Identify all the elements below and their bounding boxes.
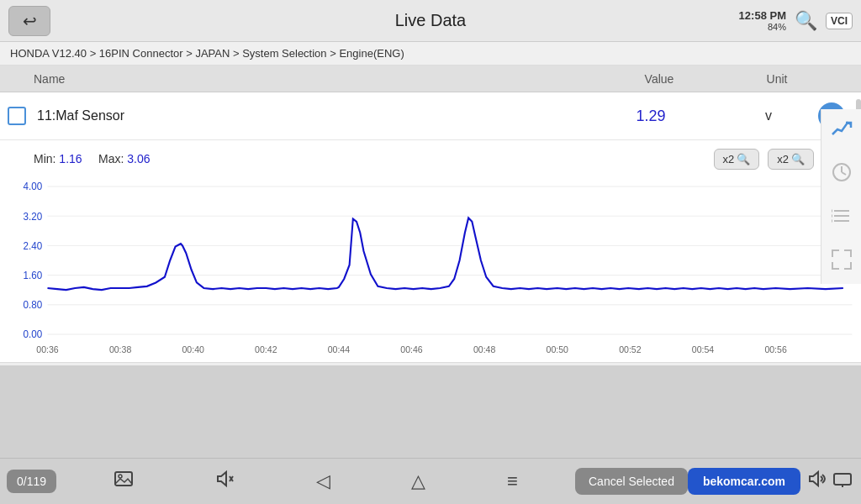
bottom-icons: ◁ △ ≡ (56, 469, 575, 494)
checkbox-box[interactable] (8, 107, 26, 125)
bottom-toolbar: 0/119 ◁ △ ≡ Cancel Selected bekomcar.com (0, 458, 861, 504)
bekomcar-button[interactable]: bekomcar.com (688, 468, 800, 495)
back-nav-button[interactable]: ◁ (316, 470, 330, 492)
svg-rect-38 (834, 474, 851, 485)
sensor-checkbox[interactable] (0, 107, 34, 125)
zoom-out-button[interactable]: x2 🔍 (768, 149, 814, 170)
zoom-out-label: x2 (777, 153, 789, 165)
trend-icon-button[interactable] (831, 118, 853, 144)
page-title: Live Data (395, 11, 467, 30)
col-unit-header: Unit (735, 72, 819, 86)
max-value: 3.06 (127, 152, 150, 165)
vci-label: VCI (826, 13, 853, 29)
search-button[interactable]: 🔍 (795, 10, 817, 32)
right-side-icons (821, 109, 861, 284)
svg-marker-37 (810, 472, 818, 486)
status-bar: 12:58 PM 84% (739, 9, 786, 32)
header-right: 12:58 PM 84% 🔍 VCI (739, 9, 853, 32)
sensor-unit: v (726, 108, 811, 123)
svg-text:1.60: 1.60 (24, 270, 43, 281)
col-value-header: Value (584, 72, 735, 86)
counter-button[interactable]: 0/119 (7, 470, 56, 493)
svg-marker-34 (218, 472, 226, 486)
svg-text:00:42: 00:42 (255, 344, 277, 354)
svg-text:00:40: 00:40 (182, 344, 203, 354)
battery-display: 84% (768, 22, 786, 32)
breadcrumb: HONDA V12.40 > 16PIN Connector > JAPAN >… (0, 42, 861, 66)
svg-text:00:44: 00:44 (328, 344, 350, 354)
svg-text:3.20: 3.20 (24, 210, 43, 222)
svg-text:00:48: 00:48 (473, 344, 495, 354)
table-header: Name Value Unit (0, 66, 861, 92)
back-button[interactable]: ↩ (8, 6, 50, 36)
svg-text:4.00: 4.00 (24, 181, 43, 192)
svg-text:0.80: 0.80 (24, 299, 43, 311)
svg-text:00:56: 00:56 (764, 344, 786, 354)
chart-svg: 4.00 3.20 2.40 1.60 0.80 0.00 00:36 00:3… (8, 177, 861, 362)
sensor-name: 11:Maf Sensor (34, 108, 575, 123)
home-nav-button[interactable]: △ (411, 470, 425, 492)
gallery-icon-button[interactable] (114, 469, 134, 494)
max-label: Max: (98, 152, 124, 165)
svg-text:00:50: 00:50 (547, 344, 568, 354)
col-name-header: Name (0, 72, 584, 86)
menu-nav-button[interactable]: ≡ (507, 470, 518, 492)
volume-up-button[interactable] (807, 469, 827, 494)
app-header: ↩ Live Data 12:58 PM 84% 🔍 VCI (0, 0, 861, 42)
zoom-in-button[interactable]: x2 🔍 (714, 149, 760, 170)
sensor-id: 11 (37, 108, 52, 123)
sensor-value: 1.29 (575, 108, 726, 125)
chart-line (47, 218, 843, 290)
volume-icon-button[interactable] (215, 469, 235, 494)
svg-line-25 (842, 172, 846, 175)
sensor-label: Maf Sensor (55, 108, 124, 123)
svg-text:00:52: 00:52 (619, 344, 641, 354)
sensor-row: 11:Maf Sensor 1.29 v ⌃⌃ (0, 92, 861, 140)
chart-controls: Min: 1.16 Max: 3.06 x2 🔍 x2 🔍 ↺ (0, 140, 861, 177)
list-icon-button[interactable] (831, 205, 853, 232)
svg-text:00:54: 00:54 (692, 344, 714, 354)
svg-text:0.00: 0.00 (24, 328, 43, 340)
svg-text:2.40: 2.40 (24, 240, 43, 252)
gauge-icon-button[interactable] (831, 161, 853, 188)
chart-area: 4.00 3.20 2.40 1.60 0.80 0.00 00:36 00:3… (0, 177, 861, 362)
svg-rect-32 (115, 472, 132, 486)
time-display: 12:58 PM (739, 9, 786, 22)
svg-text:00:38: 00:38 (109, 344, 131, 354)
cast-button[interactable] (832, 469, 853, 494)
vci-status: VCI (826, 13, 853, 29)
min-max-display: Min: 1.16 Max: 3.06 (34, 152, 705, 165)
svg-text:00:36: 00:36 (36, 344, 58, 354)
cancel-selected-button[interactable]: Cancel Selected (575, 468, 688, 495)
min-value: 1.16 (59, 152, 82, 165)
svg-point-33 (119, 475, 122, 478)
zoom-out-icon: 🔍 (791, 153, 805, 165)
zoom-in-label: x2 (723, 153, 735, 165)
zoom-in-icon: 🔍 (737, 153, 750, 165)
header-left: ↩ (8, 6, 50, 36)
svg-text:00:46: 00:46 (400, 344, 422, 354)
expand-icon-button[interactable] (831, 249, 853, 276)
min-label: Min: (34, 152, 55, 165)
